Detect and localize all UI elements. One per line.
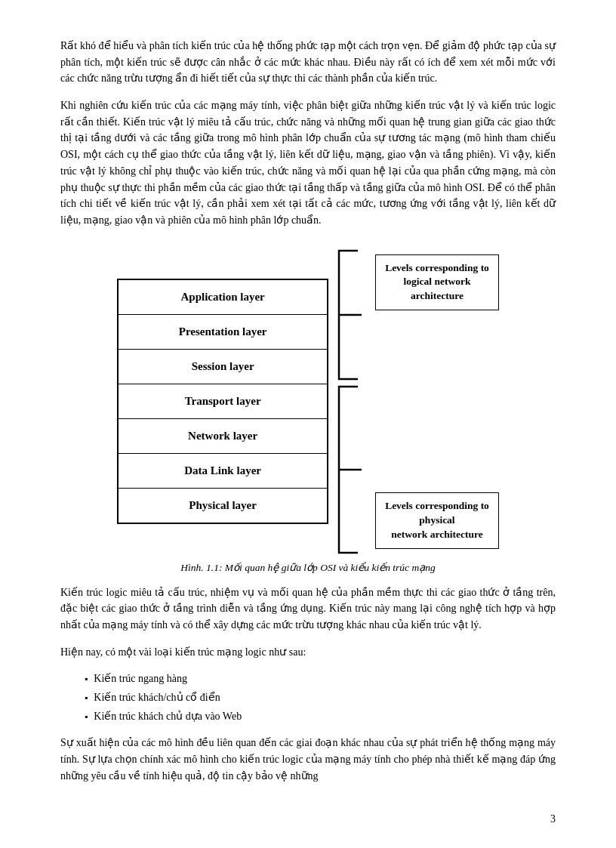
bullet-list: Kiến trúc ngang hàng Kiến trúc khách/chủ… (85, 671, 556, 724)
page-number: 3 (550, 813, 556, 825)
figure-caption: Hình. 1.1: Mối quan hệ giữa lớp OSI và k… (60, 561, 556, 574)
label-physical: Levels corresponding to physical network… (375, 492, 499, 549)
osi-diagram: Application layer Presentation layer Ses… (60, 247, 556, 557)
paragraph-4: Hiện nay, có một vài loại kiến trúc mạng… (60, 644, 556, 661)
bullet-item-3: Kiến trúc khách chủ dựa vào Web (85, 708, 556, 725)
paragraph-5: Sự xuất hiện của các mô hình đều liên qu… (60, 735, 556, 784)
layer-application: Application layer (119, 280, 327, 315)
bullet-item-1: Kiến trúc ngang hàng (85, 671, 556, 687)
paragraph-1: Rất khó để hiểu và phân tích kiến trúc c… (60, 38, 556, 87)
bracket-bottom (331, 383, 369, 557)
bullet-item-2: Kiến trúc khách/chủ cổ điển (85, 689, 556, 706)
bracket-bottom-svg (331, 383, 362, 557)
labels-area: Levels corresponding to logical network … (375, 247, 499, 557)
layer-session: Session layer (119, 350, 327, 384)
label-logical: Levels corresponding to logical network … (375, 254, 499, 311)
layer-physical: Physical layer (119, 489, 327, 523)
bracket-area (331, 247, 369, 557)
layer-transport: Transport layer (119, 384, 327, 419)
layer-presentation: Presentation layer (119, 315, 327, 350)
layer-network: Network layer (119, 419, 327, 454)
osi-layer-box: Application layer Presentation layer Ses… (117, 279, 328, 524)
bracket-top-svg (331, 247, 362, 383)
layer-datalink: Data Link layer (119, 454, 327, 489)
paragraph-3: Kiến trúc logic miêu tả cấu trúc, nhiệm … (60, 584, 556, 634)
paragraph-2: Khi nghiên cứu kiến trúc của các mạng má… (60, 97, 556, 229)
bracket-top (331, 247, 369, 383)
